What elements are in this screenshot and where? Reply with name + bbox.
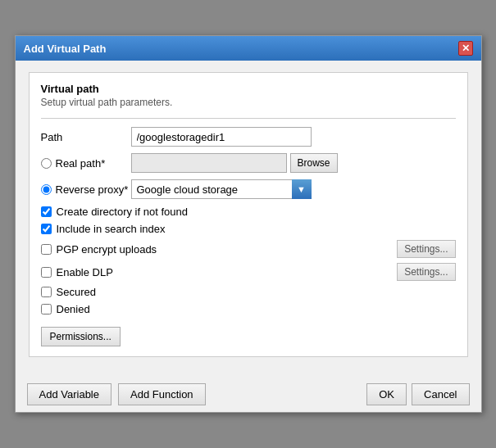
dialog-body: Virtual path Setup virtual path paramete… — [16, 61, 481, 377]
realpath-input[interactable] — [131, 153, 287, 173]
add-function-button[interactable]: Add Function — [118, 383, 206, 405]
dialog-footer: Add Variable Add Function OK Cancel — [16, 377, 481, 412]
dlp-label: Enable DLP — [57, 266, 113, 278]
permissions-button[interactable]: Permissions... — [41, 327, 121, 346]
create-dir-label: Create directory if not found — [57, 206, 188, 218]
virtual-path-section: Virtual path Setup virtual path paramete… — [29, 72, 468, 357]
realpath-row: Real path* Browse — [41, 153, 456, 173]
pgp-checkbox-left: PGP encrypt uploads — [41, 243, 157, 256]
path-label: Path — [41, 131, 131, 143]
realpath-radio-label[interactable]: Real path* — [41, 157, 131, 170]
path-input[interactable] — [131, 127, 312, 147]
browse-button[interactable]: Browse — [290, 153, 338, 173]
pgp-row: PGP encrypt uploads Settings... — [41, 240, 456, 258]
denied-row: Denied — [41, 303, 456, 315]
dlp-settings-button[interactable]: Settings... — [397, 263, 455, 281]
secured-checkbox[interactable] — [41, 287, 52, 297]
ok-button[interactable]: OK — [366, 383, 407, 405]
search-index-checkbox[interactable] — [41, 224, 52, 234]
dialog-titlebar: Add Virtual Path ✕ — [16, 36, 481, 61]
create-dir-checkbox[interactable] — [41, 206, 52, 217]
reverseproxy-row: Reverse proxy* Google cloud storage Amaz… — [41, 179, 456, 199]
footer-right: OK Cancel — [366, 383, 469, 405]
reverseproxy-dropdown-wrapper: Google cloud storage Amazon S3 Azure Blo… — [131, 179, 312, 199]
secured-row: Secured — [41, 286, 456, 298]
realpath-label-text: Real path* — [56, 157, 106, 170]
footer-left: Add Variable Add Function — [27, 383, 206, 405]
dialog-title: Add Virtual Path — [24, 43, 107, 55]
dlp-checkbox[interactable] — [41, 267, 52, 278]
dlp-checkbox-left: Enable DLP — [41, 266, 113, 278]
denied-label: Denied — [57, 303, 90, 315]
pgp-label: PGP encrypt uploads — [57, 243, 157, 256]
pgp-checkbox[interactable] — [41, 244, 52, 255]
reverseproxy-label-text: Reverse proxy* — [56, 183, 129, 196]
realpath-radio[interactable] — [41, 158, 52, 169]
denied-checkbox[interactable] — [41, 304, 52, 315]
close-button[interactable]: ✕ — [458, 41, 473, 56]
section-divider — [41, 118, 456, 119]
create-dir-row: Create directory if not found — [41, 206, 456, 218]
add-virtual-path-dialog: Add Virtual Path ✕ Virtual path Setup vi… — [15, 35, 482, 413]
secured-label: Secured — [57, 286, 96, 298]
search-index-row: Include in search index — [41, 223, 456, 235]
path-row: Path — [41, 127, 456, 147]
search-index-label: Include in search index — [57, 223, 166, 235]
dlp-row: Enable DLP Settings... — [41, 263, 456, 281]
reverseproxy-radio-label[interactable]: Reverse proxy* — [41, 183, 131, 196]
cancel-button[interactable]: Cancel — [412, 383, 469, 405]
reverseproxy-radio[interactable] — [41, 184, 52, 195]
add-variable-button[interactable]: Add Variable — [27, 383, 111, 405]
reverseproxy-select[interactable]: Google cloud storage Amazon S3 Azure Blo… — [131, 179, 312, 199]
section-title: Virtual path — [41, 83, 456, 95]
section-subtitle: Setup virtual path parameters. — [41, 97, 456, 108]
pgp-settings-button[interactable]: Settings... — [397, 240, 455, 258]
